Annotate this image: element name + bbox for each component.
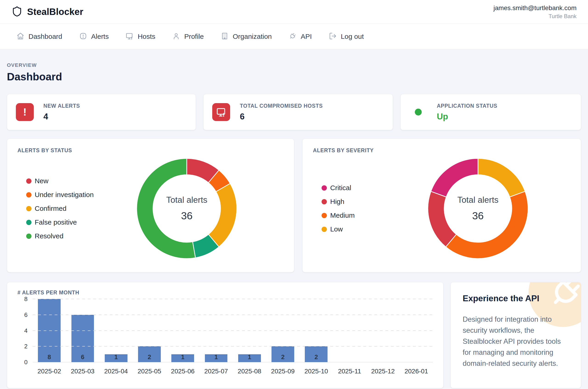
- bar-2025-04: 1: [105, 354, 128, 362]
- x-axis-label: 2025-02: [33, 368, 66, 375]
- nav-item-log-out[interactable]: Log out: [329, 32, 364, 41]
- bar-2025-10: 2: [305, 346, 327, 362]
- bar-value-label: 1: [205, 354, 228, 361]
- brand-logo[interactable]: StealBlocker: [11, 5, 83, 18]
- chart-title: Alerts by status: [17, 147, 284, 154]
- legend-item-low: Low: [322, 225, 409, 233]
- nav-item-label: Organization: [233, 32, 272, 40]
- brand-name: StealBlocker: [27, 7, 83, 17]
- gridline: [33, 315, 433, 315]
- bar-2025-05: 2: [138, 346, 161, 362]
- stat-card-new-alerts: ! New alerts 4: [7, 94, 196, 130]
- exclamation-badge-icon: !: [16, 103, 34, 121]
- x-axis-label: 2025-06: [166, 368, 199, 375]
- bar-2025-07: 1: [205, 354, 228, 362]
- y-axis-tick: 4: [24, 327, 28, 334]
- nav-item-dashboard[interactable]: Dashboard: [17, 32, 62, 41]
- nav-item-label: Log out: [341, 32, 364, 40]
- alerts-per-month-card: # Alerts per month 02468 861211122 2025-…: [7, 282, 444, 388]
- x-axis-label: 2025-11: [333, 368, 366, 375]
- x-axis-label: 2026-01: [400, 368, 433, 375]
- nav-item-label: Dashboard: [29, 32, 62, 40]
- legend-label: Confirmed: [35, 205, 66, 212]
- nav-item-alerts[interactable]: Alerts: [79, 32, 109, 41]
- nav-item-profile[interactable]: Profile: [172, 32, 204, 41]
- legend-label: High: [330, 198, 344, 205]
- stat-value: Up: [437, 112, 497, 122]
- nav-item-label: Profile: [184, 32, 204, 40]
- legend-label: Resolved: [35, 232, 64, 240]
- legend-color-dot: [26, 233, 32, 239]
- bar-value-label: 6: [71, 354, 94, 361]
- legend-item-new: New: [26, 177, 114, 185]
- x-axis-label: 2025-04: [99, 368, 133, 375]
- user-info: james.smith@turtlebank.com Turtle Bank: [494, 4, 577, 20]
- home-icon: [17, 32, 24, 41]
- chart-title: # Alerts per month: [17, 290, 433, 296]
- gridline: [33, 346, 433, 347]
- stat-value: 6: [240, 112, 323, 122]
- bar-2025-03: 6: [71, 315, 94, 362]
- status-legend: NewUnder investigationConfirmedFalse pos…: [17, 171, 114, 246]
- charts-row: Alerts by status NewUnder investigationC…: [7, 138, 581, 272]
- stat-card-compromised-hosts: Total compromised hosts 6: [203, 94, 393, 130]
- legend-label: False positive: [35, 218, 77, 226]
- y-axis-tick: 8: [24, 295, 28, 303]
- legend-item-medium: Medium: [322, 211, 409, 219]
- nav-item-organization[interactable]: Organization: [221, 32, 272, 41]
- legend-label: Medium: [330, 211, 355, 219]
- api-promo-card: Experience the API Designed for integrat…: [450, 282, 581, 388]
- legend-color-dot: [26, 192, 32, 197]
- stat-label: Application status: [437, 103, 497, 109]
- logout-icon: [329, 32, 337, 41]
- alerts-by-status-card: Alerts by status NewUnder investigationC…: [7, 138, 294, 272]
- x-axis-label: 2025-10: [299, 368, 333, 375]
- gridline: [33, 330, 433, 331]
- x-axis-label: 2025-12: [366, 368, 400, 375]
- nav-item-label: Hosts: [138, 32, 155, 40]
- y-axis-tick: 6: [24, 311, 28, 318]
- user-email: james.smith@turtlebank.com: [494, 4, 577, 12]
- app-header: StealBlocker james.smith@turtlebank.com …: [0, 0, 588, 24]
- legend-item-resolved: Resolved: [26, 232, 114, 240]
- donut-total: 36: [181, 210, 193, 222]
- bar-2025-06: 1: [171, 354, 194, 362]
- bottom-row: # Alerts per month 02468 861211122 2025-…: [7, 282, 581, 388]
- status-donut-chart: Total alerts 36: [134, 156, 240, 261]
- user-icon: [172, 32, 180, 41]
- legend-item-false-positive: False positive: [26, 218, 114, 226]
- bar-2025-08: 1: [238, 354, 261, 362]
- legend-color-dot: [322, 199, 327, 204]
- severity-legend: CriticalHighMediumLow: [313, 178, 409, 239]
- nav-item-label: Alerts: [91, 32, 109, 40]
- status-dot: [415, 109, 422, 116]
- nav-item-hosts[interactable]: Hosts: [126, 32, 155, 41]
- page-eyebrow: Overview: [7, 62, 581, 68]
- legend-color-dot: [26, 220, 32, 225]
- bar-value-label: 2: [138, 354, 161, 361]
- legend-label: Low: [330, 225, 343, 233]
- legend-color-dot: [322, 227, 327, 232]
- stat-label: Total compromised hosts: [240, 103, 323, 109]
- api-card-title: Experience the API: [463, 294, 569, 303]
- legend-label: Under investigation: [35, 191, 94, 199]
- main-nav: DashboardAlertsHostsProfileOrganizationA…: [0, 24, 588, 49]
- bar-value-label: 8: [38, 354, 61, 361]
- nav-item-api[interactable]: API: [289, 32, 312, 41]
- bar-value-label: 1: [105, 354, 128, 361]
- alert-square-icon: [79, 32, 87, 41]
- y-axis-tick: 2: [24, 343, 28, 350]
- legend-color-dot: [26, 178, 32, 184]
- monitor-alert-badge-icon: [212, 103, 230, 121]
- legend-item-under-investigation: Under investigation: [26, 191, 114, 199]
- nav-item-label: API: [301, 32, 312, 40]
- legend-color-dot: [322, 213, 327, 218]
- x-axis-label: 2025-08: [233, 368, 266, 375]
- api-card-body: Designed for integration into security w…: [463, 314, 569, 369]
- x-axis-label: 2025-07: [199, 368, 233, 375]
- user-organization: Turtle Bank: [494, 13, 577, 20]
- bar-value-label: 2: [305, 354, 327, 361]
- building-icon: [221, 32, 229, 41]
- stats-row: ! New alerts 4 Total compromised hosts 6…: [7, 94, 581, 130]
- plug-icon: [289, 32, 296, 41]
